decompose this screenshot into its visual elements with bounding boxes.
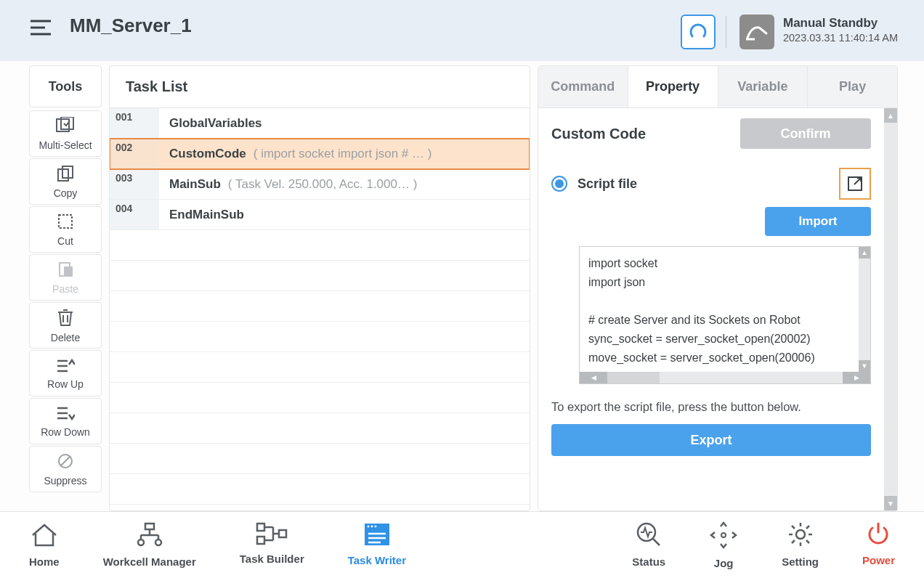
row-number — [110, 413, 159, 443]
robot-icon[interactable] — [739, 15, 774, 49]
code-hscroll[interactable]: ◀▶ — [580, 372, 870, 383]
import-button[interactable]: Import — [765, 207, 871, 236]
tool-row-down[interactable]: Row Down — [29, 398, 102, 444]
task-row-blank — [110, 413, 530, 444]
row-number: 002 — [110, 139, 159, 168]
svg-line-56 — [806, 526, 809, 529]
status-time: 2023.03.31 11:40:14 AM — [783, 32, 898, 44]
nav-label: Jog — [714, 557, 734, 569]
row-down-icon — [56, 405, 75, 426]
row-number — [110, 352, 159, 382]
task-list-header: Task List — [110, 66, 530, 108]
nav-task-builder-icon — [256, 522, 288, 553]
nav-workcell-icon — [135, 522, 164, 555]
script-file-radio[interactable] — [551, 176, 567, 192]
nav-jog[interactable]: Jog — [709, 521, 738, 569]
row-body: MainSub( Task Vel. 250.000, Acc. 1.000… … — [159, 169, 530, 199]
row-body: EndMainSub — [159, 200, 530, 229]
multi-select-icon — [56, 117, 75, 139]
expand-icon[interactable] — [839, 168, 871, 200]
task-row-blank — [110, 352, 530, 383]
tools-header: Tools — [29, 65, 102, 107]
paste-icon — [57, 261, 74, 283]
row-body — [159, 413, 530, 443]
tool-suppress[interactable]: Suppress — [29, 446, 102, 492]
menu-button[interactable] — [31, 19, 54, 39]
nav-home-icon — [30, 522, 59, 555]
app-title: MM_Server_1 — [70, 15, 192, 37]
svg-rect-9 — [64, 266, 73, 277]
tab-play[interactable]: Play — [808, 66, 897, 107]
tab-variable[interactable]: Variable — [718, 66, 808, 107]
nav-power[interactable]: Power — [862, 521, 895, 569]
row-number — [110, 322, 159, 351]
row-number: 001 — [110, 108, 159, 138]
row-number — [110, 444, 159, 473]
tool-row-up[interactable]: Row Up — [29, 350, 102, 396]
confirm-button[interactable]: Confirm — [740, 118, 871, 149]
tool-cut[interactable]: Cut — [29, 206, 102, 253]
header-separator — [726, 16, 726, 48]
row-args: ( import socket import json # … ) — [254, 147, 432, 161]
tool-copy[interactable]: Copy — [29, 158, 102, 205]
task-row-001[interactable]: 001GlobalVariables — [110, 108, 530, 139]
task-row-003[interactable]: 003MainSub( Task Vel. 250.000, Acc. 1.00… — [110, 169, 530, 200]
robot-mode-icon[interactable] — [681, 15, 716, 49]
task-list-panel: Task List 001GlobalVariables002CustomCod… — [109, 65, 530, 511]
nav-home[interactable]: Home — [29, 522, 60, 568]
row-number: 003 — [110, 169, 159, 199]
row-number — [110, 474, 159, 504]
nav-task-builder[interactable]: Task Builder — [240, 522, 304, 568]
tab-property[interactable]: Property — [628, 66, 718, 107]
export-button[interactable]: Export — [551, 424, 871, 456]
task-row-blank — [110, 474, 530, 505]
nav-jog-icon — [709, 521, 738, 557]
tool-delete[interactable]: Delete — [29, 302, 102, 349]
nav-label: Task Writer — [348, 554, 406, 566]
nav-label: Setting — [782, 555, 819, 568]
app-header: MM_Server_1 Manual Standby 2023.03.31 11… — [0, 0, 924, 61]
svg-rect-33 — [279, 530, 286, 537]
row-up-icon — [56, 357, 75, 378]
property-panel: CommandPropertyVariablePlay Custom Code … — [538, 65, 898, 511]
tab-command[interactable]: Command — [538, 66, 628, 107]
property-title: Custom Code — [551, 126, 646, 142]
row-body: GlobalVariables — [159, 108, 530, 138]
code-editor[interactable]: import socket import json # create Serve… — [579, 246, 871, 384]
tools-sidebar: Tools Multi-SelectCopyCutPasteDeleteRow … — [29, 65, 102, 511]
nav-label: Power — [862, 554, 895, 566]
bottom-nav: HomeWorkcell ManagerTask BuilderTask Wri… — [0, 511, 924, 578]
svg-line-47 — [653, 539, 660, 545]
row-name: MainSub — [169, 177, 221, 192]
panel-vscroll[interactable]: ▲ ▼ — [884, 108, 897, 510]
task-row-blank — [110, 230, 530, 261]
code-text[interactable]: import socket import json # create Serve… — [580, 247, 859, 372]
nav-task-writer[interactable]: Task Writer — [348, 522, 406, 568]
row-body — [159, 291, 530, 321]
tool-label: Row Down — [41, 426, 90, 438]
row-number — [110, 261, 159, 290]
nav-task-writer-icon — [363, 522, 391, 554]
row-number — [110, 291, 159, 321]
row-body — [159, 261, 530, 290]
nav-status[interactable]: Status — [632, 521, 665, 569]
cut-icon — [57, 213, 74, 235]
task-row-004[interactable]: 004EndMainSub — [110, 200, 530, 230]
svg-rect-24 — [145, 524, 154, 529]
script-file-label: Script file — [578, 176, 637, 192]
nav-label: Task Builder — [240, 553, 304, 565]
row-body — [159, 383, 530, 412]
row-body — [159, 322, 530, 351]
task-row-002[interactable]: 002CustomCode( import socket import json… — [110, 139, 530, 169]
nav-setting[interactable]: Setting — [782, 521, 819, 569]
svg-point-29 — [138, 540, 144, 545]
row-body: CustomCode( import socket import json # … — [159, 139, 530, 168]
property-tabs: CommandPropertyVariablePlay — [538, 66, 897, 108]
row-body — [159, 474, 530, 504]
code-vscroll[interactable]: ▲▼ — [859, 247, 870, 372]
nav-setting-icon — [787, 521, 814, 555]
nav-workcell[interactable]: Workcell Manager — [103, 522, 196, 568]
tool-multi-select[interactable]: Multi-Select — [29, 110, 102, 157]
svg-line-21 — [61, 457, 70, 465]
svg-point-42 — [374, 526, 376, 528]
